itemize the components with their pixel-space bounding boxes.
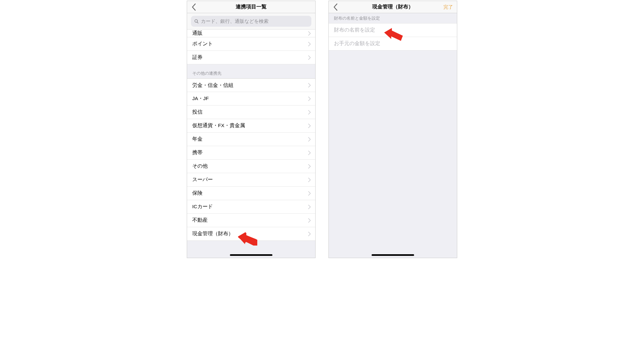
done-button[interactable]: 完了 xyxy=(443,4,453,10)
list-item-label: スーパー xyxy=(192,176,213,183)
right-phone-frame: 現金管理（財布） 完了 財布の名前と金額を設定 財布の名前を設定 お手元の金額を… xyxy=(328,1,457,258)
list-item-label: 不動産 xyxy=(192,217,208,224)
list-item-label: 仮想通貨・FX・貴金属 xyxy=(192,122,245,129)
list-item-label: 投信 xyxy=(192,109,203,116)
navbar-right: 現金管理（財布） 完了 xyxy=(329,1,457,13)
page-title: 現金管理（財布） xyxy=(372,4,413,10)
list-item[interactable]: その他 xyxy=(187,160,315,173)
chevron-right-icon xyxy=(308,232,311,236)
left-phone-frame: 連携項目一覧 カード、銀行、通販などを検索 通販 ポイント 証券 その他の連携先 xyxy=(187,1,316,258)
list-item[interactable]: 携帯 xyxy=(187,146,315,160)
navbar-left: 連携項目一覧 xyxy=(187,1,315,13)
home-indicator[interactable] xyxy=(372,254,414,256)
chevron-right-icon xyxy=(308,55,311,60)
chevron-right-icon xyxy=(308,205,311,209)
list-item-label: 携帯 xyxy=(192,149,203,156)
list-item[interactable]: 通販 xyxy=(187,30,315,37)
top-list: 通販 ポイント 証券 xyxy=(187,30,315,64)
chevron-right-icon xyxy=(308,124,311,128)
chevron-right-icon xyxy=(308,178,311,182)
search-placeholder: カード、銀行、通販などを検索 xyxy=(201,18,269,24)
other-list: 労金・信金・信組 JA・JF 投信 仮想通貨・FX・貴金属 年金 携帯 xyxy=(187,79,315,241)
list-item-label: その他 xyxy=(192,163,208,170)
chevron-right-icon xyxy=(308,97,311,101)
section-header-wallet: 財布の名前と金額を設定 xyxy=(329,13,457,23)
chevron-right-icon xyxy=(308,42,311,46)
list-item[interactable]: JA・JF xyxy=(187,92,315,106)
back-button[interactable] xyxy=(331,2,340,12)
wallet-name-input[interactable]: 財布の名前を設定 xyxy=(329,23,457,37)
list-item-label: JA・JF xyxy=(192,95,209,102)
chevron-right-icon xyxy=(308,110,311,115)
list-item[interactable]: 年金 xyxy=(187,133,315,146)
chevron-left-icon xyxy=(333,4,338,11)
chevron-right-icon xyxy=(308,137,311,142)
wallet-amount-input[interactable]: お手元の金額を設定 xyxy=(329,37,457,51)
home-indicator[interactable] xyxy=(230,254,272,256)
chevron-right-icon xyxy=(308,164,311,169)
list-item[interactable]: 証券 xyxy=(187,51,315,64)
back-button[interactable] xyxy=(189,2,199,12)
list-item[interactable]: 不動産 xyxy=(187,214,315,227)
right-content: 財布の名前と金額を設定 財布の名前を設定 お手元の金額を設定 xyxy=(329,13,457,258)
chevron-right-icon xyxy=(308,83,311,88)
list-item-cash-wallet[interactable]: 現金管理（財布） xyxy=(187,227,315,241)
search-icon xyxy=(194,19,199,24)
searchbar-container: カード、銀行、通販などを検索 xyxy=(187,13,315,30)
wallet-name-placeholder: 財布の名前を設定 xyxy=(334,27,375,33)
list-item-label: ICカード xyxy=(192,203,213,210)
wallet-amount-placeholder: お手元の金額を設定 xyxy=(334,40,380,47)
list-item-label: 証券 xyxy=(192,54,203,61)
chevron-right-icon xyxy=(308,31,311,36)
list-item[interactable]: ICカード xyxy=(187,200,315,214)
list-item-label: 保険 xyxy=(192,190,203,197)
list-item[interactable]: 保険 xyxy=(187,187,315,200)
page-title: 連携項目一覧 xyxy=(236,4,267,10)
list-item-label: ポイント xyxy=(192,41,213,47)
list-item[interactable]: スーパー xyxy=(187,173,315,187)
left-content: 通販 ポイント 証券 その他の連携先 労金・信金・信組 JA・JF xyxy=(187,30,315,258)
list-item[interactable]: ポイント xyxy=(187,37,315,51)
chevron-right-icon xyxy=(308,218,311,223)
chevron-right-icon xyxy=(308,151,311,155)
list-item[interactable]: 労金・信金・信組 xyxy=(187,79,315,92)
chevron-left-icon xyxy=(192,4,196,11)
section-header-other: その他の連携先 xyxy=(187,64,315,79)
list-item-label: 労金・信金・信組 xyxy=(192,82,233,89)
list-item-label: 年金 xyxy=(192,136,203,143)
list-item-label: 通販 xyxy=(192,30,203,37)
search-input[interactable]: カード、銀行、通販などを検索 xyxy=(191,16,311,27)
list-item[interactable]: 仮想通貨・FX・貴金属 xyxy=(187,119,315,133)
chevron-right-icon xyxy=(308,191,311,196)
list-item-label: 現金管理（財布） xyxy=(192,230,233,237)
list-item[interactable]: 投信 xyxy=(187,106,315,119)
